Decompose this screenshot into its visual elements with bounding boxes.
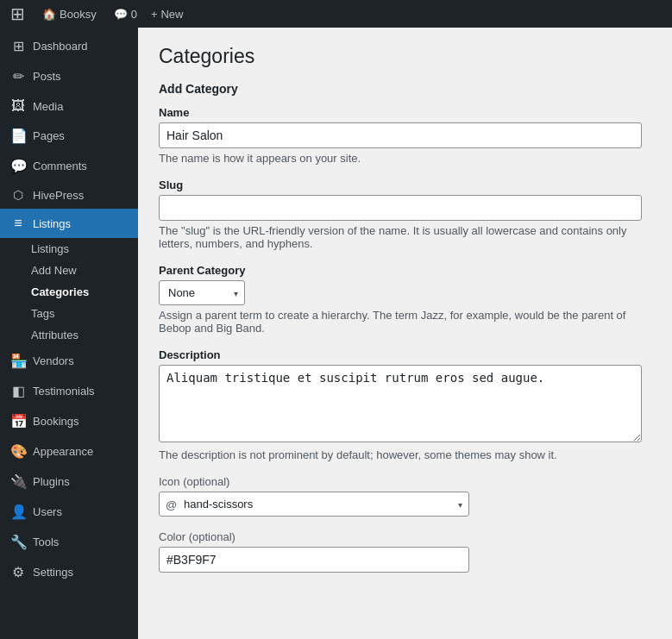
slug-input[interactable] bbox=[159, 195, 642, 221]
bookings-icon: 📅 bbox=[10, 413, 26, 429]
description-label: Description bbox=[159, 348, 651, 361]
sidebar-item-bookings[interactable]: 📅 Bookings bbox=[0, 406, 138, 436]
listings-icon: ≡ bbox=[10, 216, 26, 231]
sidebar-item-testimonials[interactable]: ◧ Testimonials bbox=[0, 376, 138, 406]
content-area: Categories Add Category Name The name is… bbox=[138, 28, 672, 639]
sidebar-item-vendors[interactable]: 🏪 Vendors bbox=[0, 346, 138, 376]
sidebar-item-users[interactable]: 👤 Users bbox=[0, 497, 138, 527]
sidebar-subitem-listings-list[interactable]: Listings bbox=[0, 238, 138, 260]
parent-select[interactable]: None bbox=[159, 280, 245, 305]
dashboard-icon: ⊞ bbox=[10, 38, 26, 54]
name-input[interactable] bbox=[159, 122, 642, 148]
sidebar-item-tools[interactable]: 🔧 Tools bbox=[0, 527, 138, 557]
sidebar-item-appearance[interactable]: 🎨 Appearance bbox=[0, 436, 138, 467]
sidebar-subitem-categories[interactable]: Categories bbox=[0, 281, 138, 303]
color-label: Color (optional) bbox=[159, 530, 651, 543]
sidebar-item-pages[interactable]: 📄 Pages bbox=[0, 121, 138, 151]
appearance-icon: 🎨 bbox=[10, 443, 26, 460]
icon-label: Icon (optional) bbox=[159, 475, 651, 488]
tools-icon: 🔧 bbox=[10, 534, 26, 550]
wp-logo-icon[interactable]: ⊞ bbox=[7, 3, 28, 24]
slug-label: Slug bbox=[159, 179, 651, 191]
pages-icon: 📄 bbox=[10, 128, 26, 144]
top-bar: ⊞ 🏠 Booksy 💬 0 + New bbox=[0, 0, 672, 28]
listings-submenu: Listings Add New Categories Tags Attribu… bbox=[0, 238, 138, 346]
slug-hint: The "slug" is the URL-friendly version o… bbox=[159, 224, 642, 250]
parent-label: Parent Category bbox=[159, 264, 651, 277]
sidebar-item-posts[interactable]: ✏ Posts bbox=[0, 61, 138, 91]
plugins-icon: 🔌 bbox=[10, 473, 26, 490]
page-title: Categories bbox=[159, 45, 651, 68]
comments-nav-icon: 💬 bbox=[10, 158, 26, 174]
comments-link[interactable]: 💬 0 bbox=[110, 8, 141, 21]
parent-select-wrapper: None ▾ bbox=[159, 280, 245, 305]
media-icon: 🖼 bbox=[10, 98, 26, 114]
sidebar-subitem-tags[interactable]: Tags bbox=[0, 303, 138, 324]
add-category-form: Add Category Name The name is how it app… bbox=[159, 82, 651, 573]
sidebar: ⊞ Dashboard ✏ Posts 🖼 Media 📄 Pages 💬 Co… bbox=[0, 28, 138, 639]
add-category-title: Add Category bbox=[159, 82, 651, 96]
listings-arrow bbox=[131, 210, 138, 237]
parent-hint: Assign a parent term to create a hierarc… bbox=[159, 309, 642, 335]
plus-icon: + bbox=[151, 8, 158, 21]
color-field-wrapper: Color (optional) bbox=[159, 530, 651, 573]
name-hint: The name is how it appears on your site. bbox=[159, 152, 642, 165]
sidebar-item-settings[interactable]: ⚙ Settings bbox=[0, 557, 138, 587]
sidebar-item-plugins[interactable]: 🔌 Plugins bbox=[0, 467, 138, 497]
users-icon: 👤 bbox=[10, 504, 26, 520]
main-layout: ⊞ Dashboard ✏ Posts 🖼 Media 📄 Pages 💬 Co… bbox=[0, 28, 672, 639]
new-button[interactable]: + New bbox=[151, 8, 184, 21]
color-input[interactable] bbox=[159, 547, 469, 573]
description-textarea[interactable]: Aliquam tristique et suscipit rutrum ero… bbox=[159, 365, 642, 442]
hivepress-icon: ⬡ bbox=[10, 188, 26, 202]
house-icon: 🏠 bbox=[42, 8, 56, 21]
description-hint: The description is not prominent by defa… bbox=[159, 448, 642, 461]
comments-icon: 💬 bbox=[114, 8, 128, 21]
vendors-icon: 🏪 bbox=[10, 353, 26, 369]
sidebar-subitem-attributes[interactable]: Attributes bbox=[0, 324, 138, 346]
slug-field-wrapper: Slug The "slug" is the URL-friendly vers… bbox=[159, 179, 651, 250]
testimonials-icon: ◧ bbox=[10, 383, 26, 399]
sidebar-subitem-add-new[interactable]: Add New bbox=[0, 260, 138, 281]
name-label: Name bbox=[159, 106, 651, 119]
sidebar-item-media[interactable]: 🖼 Media bbox=[0, 91, 138, 121]
sidebar-item-hivepress[interactable]: ⬡ HivePress bbox=[0, 181, 138, 209]
posts-icon: ✏ bbox=[10, 68, 26, 85]
sidebar-item-comments[interactable]: 💬 Comments bbox=[0, 151, 138, 181]
sidebar-item-listings[interactable]: ≡ Listings bbox=[0, 209, 138, 238]
settings-icon: ⚙ bbox=[10, 564, 26, 580]
icon-select-wrapper: @ hand-scissors scissors cut ▾ bbox=[159, 492, 469, 517]
sidebar-item-dashboard[interactable]: ⊞ Dashboard bbox=[0, 31, 138, 61]
icon-select[interactable]: hand-scissors scissors cut bbox=[159, 492, 469, 517]
icon-field-wrapper: Icon (optional) @ hand-scissors scissors… bbox=[159, 475, 651, 517]
site-name[interactable]: 🏠 Booksy bbox=[39, 8, 100, 21]
name-field-wrapper: Name The name is how it appears on your … bbox=[159, 106, 651, 165]
color-input-wrapper bbox=[159, 547, 469, 573]
parent-category-wrapper: Parent Category None ▾ Assign a parent t… bbox=[159, 264, 651, 335]
description-field-wrapper: Description Aliquam tristique et suscipi… bbox=[159, 348, 651, 461]
